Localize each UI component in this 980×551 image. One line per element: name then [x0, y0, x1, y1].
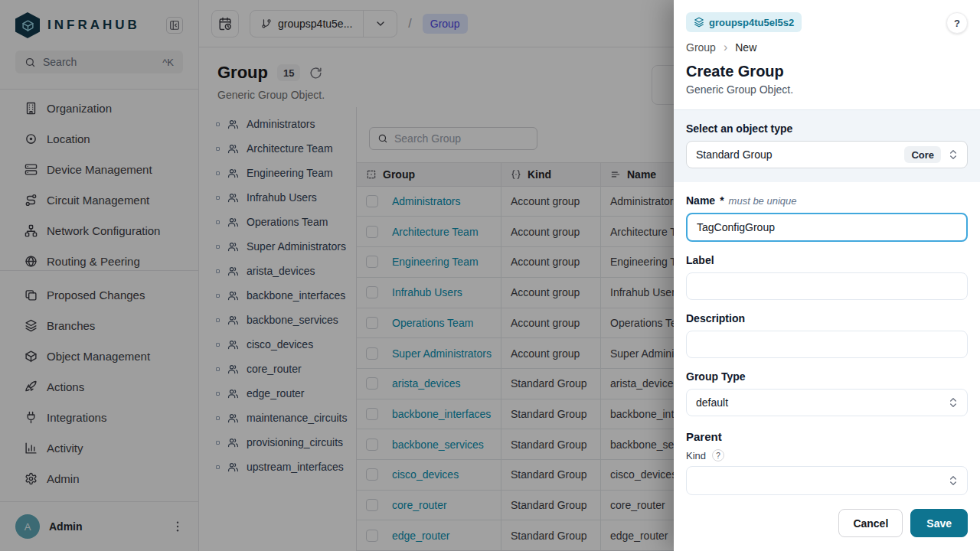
branch-badge-label: groupsp4tu5el5s2	[709, 17, 794, 28]
group-type-select[interactable]: default	[686, 389, 968, 416]
object-type-select[interactable]: Standard Group Core	[686, 141, 968, 168]
breadcrumb-current: New	[735, 41, 756, 54]
drawer-actions: Cancel Save	[686, 509, 968, 537]
breadcrumb-parent[interactable]: Group	[686, 41, 716, 54]
label-input[interactable]	[686, 272, 968, 300]
drawer-subtitle: Generic Group Object.	[686, 83, 968, 96]
group-type-value: default	[696, 396, 728, 409]
app-screen: INFRAHUB Search ^K Organization Location…	[0, 0, 980, 551]
drawer-title: Create Group	[686, 63, 968, 80]
description-input[interactable]	[686, 331, 968, 358]
label-label: Label	[686, 254, 714, 266]
object-type-section: Select an object type Standard Group Cor…	[674, 109, 980, 182]
help-button[interactable]: ?	[946, 12, 968, 34]
save-button[interactable]: Save	[910, 509, 968, 537]
group-type-label: Group Type	[686, 370, 746, 383]
description-field: Description	[686, 312, 968, 358]
kind-label: Kind	[686, 450, 706, 461]
label-field: Label	[686, 254, 968, 300]
parent-kind-row: Kind ?	[686, 449, 968, 461]
chevrons-up-down-icon	[947, 396, 959, 409]
name-label: Name	[686, 194, 715, 207]
kind-help-icon[interactable]: ?	[712, 449, 724, 461]
object-type-label: Select an object type	[686, 122, 968, 135]
group-type-field: Group Type default	[686, 370, 968, 416]
object-type-value: Standard Group	[696, 148, 773, 161]
chevrons-up-down-icon	[947, 474, 959, 487]
layers-icon	[694, 17, 704, 28]
create-group-drawer: groupsp4tu5el5s2 ? Group › New Create Gr…	[674, 0, 980, 551]
cancel-button[interactable]: Cancel	[838, 509, 903, 537]
name-hint: must be unique	[729, 195, 797, 207]
name-field: Name * must be unique	[686, 194, 968, 242]
core-badge: Core	[904, 146, 941, 163]
chevrons-up-down-icon	[947, 148, 959, 161]
branch-badge: groupsp4tu5el5s2	[686, 12, 802, 32]
chevron-right-icon: ›	[724, 41, 727, 54]
required-marker: *	[720, 194, 724, 207]
parent-label: Parent	[686, 430, 968, 443]
drawer-breadcrumb: Group › New	[686, 41, 968, 54]
name-input[interactable]	[686, 213, 968, 242]
parent-kind-select[interactable]	[686, 466, 968, 495]
description-label: Description	[686, 312, 745, 324]
